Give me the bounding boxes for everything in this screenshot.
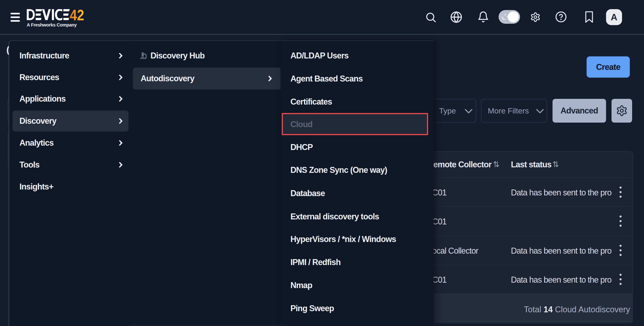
svg-text:42: 42	[70, 9, 84, 20]
